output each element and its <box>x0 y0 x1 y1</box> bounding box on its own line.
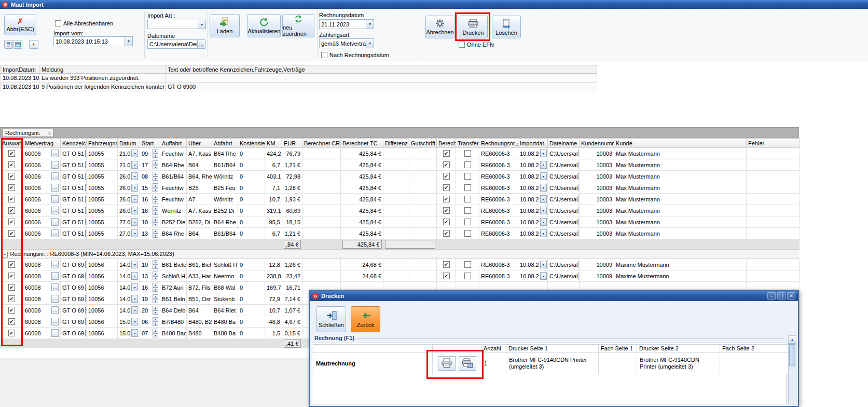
cell-auffahrt[interactable]: Feuchtw <box>160 194 187 205</box>
cell-auswahl[interactable]: ✔ <box>1 171 23 182</box>
cell-mietvertrag[interactable]: 60008… <box>23 270 61 282</box>
cell-kennzeichen[interactable]: GT O 69 <box>61 328 87 339</box>
spin-up-icon[interactable]: ▲ <box>153 272 158 276</box>
cell-berechnet[interactable]: ✔ <box>437 228 456 239</box>
cell-kennzeichen[interactable]: GT O 51 <box>61 171 87 182</box>
mietvertrag-ellipsis-button[interactable]: … <box>51 261 59 268</box>
column-header-rechnungsnr[interactable]: Rechnungsnr△ <box>479 139 518 148</box>
cell-fehler[interactable] <box>747 270 800 282</box>
cell-auswahl[interactable]: ✔ <box>1 282 23 293</box>
cell-fehler[interactable] <box>747 205 800 216</box>
cell-abfahrt[interactable]: B25 Feu <box>212 182 238 194</box>
import-art-combo[interactable]: ▾ <box>147 20 206 29</box>
cell-kennzeichen[interactable]: GT O 69 <box>61 305 87 316</box>
cell-abfahrt[interactable]: Stukenb <box>212 293 238 305</box>
cell-differenz[interactable] <box>383 171 409 182</box>
cell-datum[interactable]: 14.0▾ <box>118 293 140 305</box>
mietvertrag-ellipsis-button[interactable]: … <box>51 184 59 192</box>
cell-dateiname[interactable]: C:\Users\al… <box>548 216 580 228</box>
berechnet-checkbox[interactable]: ✔ <box>443 184 450 191</box>
cell-rechnungsnr[interactable]: RE60006-3 <box>479 194 518 205</box>
cell-km[interactable]: 424,2 <box>265 148 282 159</box>
importdat-dropdown-button[interactable]: ▾ <box>540 207 547 214</box>
cell-abfahrt[interactable]: Wörnitz <box>212 171 238 182</box>
cell-kostenstelle[interactable]: 0 <box>238 194 265 205</box>
cell-km[interactable]: 10,7 <box>265 194 282 205</box>
cell-berechnet[interactable]: ✔ <box>437 148 456 159</box>
cell-kundennummer[interactable]: 10003 <box>580 228 614 239</box>
cell-datum[interactable]: 14.0▾ <box>118 305 140 316</box>
cell-gutschrift[interactable] <box>409 216 437 228</box>
transfer-checkbox[interactable] <box>464 184 471 191</box>
cell-start[interactable]: 20▲▼ <box>140 305 160 316</box>
cell-auswahl[interactable]: ✔ <box>1 194 23 205</box>
cell-auswahl[interactable]: ✔ <box>1 216 23 228</box>
cell-start[interactable]: 13▲▼ <box>140 270 160 282</box>
cell-kennzeichen[interactable]: GT O 51 <box>61 216 87 228</box>
cell-tc[interactable]: 425,84 € <box>341 159 383 171</box>
cell-transfer[interactable] <box>456 205 479 216</box>
cell-abfahrt[interactable]: Wörnitz <box>212 194 238 205</box>
cell-rechnungsnr[interactable]: RE60006-3 <box>479 148 518 159</box>
column-header-start[interactable]: Start <box>140 139 160 148</box>
cell-kostenstelle[interactable]: 0 <box>238 205 265 216</box>
cell-berechnet[interactable]: ✔ <box>437 270 456 282</box>
spin-up-icon[interactable]: ▲ <box>153 229 158 234</box>
importdat-dropdown-button[interactable]: ▾ <box>540 195 547 203</box>
cell-kundennummer[interactable]: 10003 <box>580 194 614 205</box>
cell-fahrzeugnr[interactable]: 10056 <box>87 293 118 305</box>
grid-row[interactable]: ✔60008…GT O 691005614.0▾13▲▼Schloß HA33,… <box>1 270 800 282</box>
job-fach-seite-1[interactable] <box>599 352 637 374</box>
cell-transfer[interactable] <box>456 228 479 239</box>
spin-up-icon[interactable]: ▲ <box>153 317 158 322</box>
cell-kostenstelle[interactable]: 0 <box>238 228 265 239</box>
datum-dropdown-button[interactable]: ▾ <box>131 283 138 291</box>
cell-auffahrt[interactable]: B480 Bac <box>160 328 187 339</box>
cell-auffahrt[interactable]: B61/B64 <box>160 171 187 182</box>
spin-down-icon[interactable]: ▼ <box>153 299 158 304</box>
cell-auswahl[interactable]: ✔ <box>1 328 23 339</box>
importdat-dropdown-button[interactable]: ▾ <box>540 272 547 280</box>
cell-gutschrift[interactable] <box>409 159 437 171</box>
cell-importdat[interactable]: 10.08.2▾ <box>518 259 548 270</box>
print-button[interactable] <box>438 356 456 371</box>
datum-dropdown-button[interactable]: ▾ <box>131 306 138 314</box>
start-spinner[interactable]: ▲▼ <box>153 218 158 226</box>
cell-kostenstelle[interactable]: 0 <box>238 305 265 316</box>
cell-ueber[interactable]: B252, Di <box>187 216 212 228</box>
column-header-auffahrt[interactable]: Auffahrt <box>160 139 187 148</box>
cell-datum[interactable]: 26.0▾ <box>118 171 140 182</box>
schliessen-button[interactable]: Schließen <box>316 306 346 332</box>
cell-datum[interactable]: 21.0▾ <box>118 148 140 159</box>
cell-datum[interactable]: 26.0▾ <box>118 194 140 205</box>
spin-down-icon[interactable]: ▼ <box>153 188 158 193</box>
auswahl-checkbox[interactable]: ✔ <box>8 219 15 225</box>
cell-ueber[interactable]: B480, B2 <box>187 316 212 328</box>
mietvertrag-ellipsis-button[interactable]: … <box>51 295 59 303</box>
auswahl-checkbox[interactable]: ✔ <box>8 173 15 180</box>
cell-km[interactable]: 319,1 <box>265 205 282 216</box>
cell-abfahrt[interactable]: B61/B64 <box>212 228 238 239</box>
cell-ueber[interactable]: A33, Har <box>187 270 212 282</box>
cell-auswahl[interactable]: ✔ <box>1 293 23 305</box>
spin-down-icon[interactable]: ▼ <box>153 177 158 181</box>
cell-importdat[interactable]: 10.08.2▾ <box>518 182 548 194</box>
cell-auswahl[interactable]: ✔ <box>1 316 23 328</box>
cell-ueber[interactable]: B480 <box>187 328 212 339</box>
cell-kostenstelle[interactable]: 0 <box>238 182 265 194</box>
cell-dateiname[interactable]: C:\Users\al… <box>548 228 580 239</box>
cell-kundennummer[interactable]: 10003 <box>580 182 614 194</box>
cell-eur[interactable]: 1,28 € <box>282 182 302 194</box>
cell-gutschrift[interactable] <box>409 171 437 182</box>
cell-kostenstelle[interactable]: 0 <box>238 328 265 339</box>
cell-dateiname[interactable]: C:\Users\al… <box>548 159 580 171</box>
cell-km[interactable]: 12,8 <box>265 259 282 270</box>
cell-fahrzeugnr[interactable]: 10055 <box>87 194 118 205</box>
auswahl-checkbox[interactable]: ✔ <box>8 318 15 325</box>
cell-kunde[interactable]: Maxime Mustermann <box>614 270 747 282</box>
cell-tc[interactable]: 425,84 € <box>341 194 383 205</box>
transfer-checkbox[interactable] <box>464 219 471 225</box>
cell-auffahrt[interactable]: Wörnitz <box>160 205 187 216</box>
cell-abfahrt[interactable]: B252 Di <box>212 205 238 216</box>
groupby-chip-rechnungsnr[interactable]: Rechnungsnr. △ <box>3 129 53 137</box>
